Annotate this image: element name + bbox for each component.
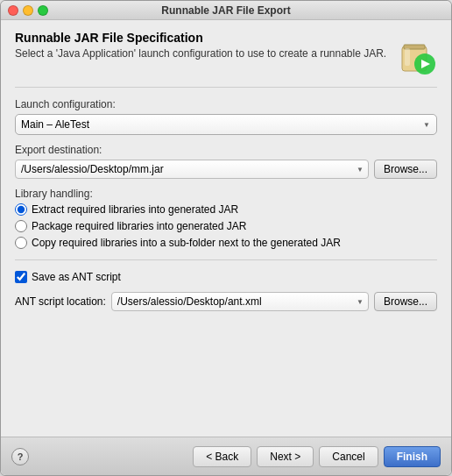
library-handling-options: Extract required libraries into generate… <box>15 203 437 249</box>
ant-path-wrapper <box>111 292 369 311</box>
library-option-copy[interactable]: Copy required libraries into a sub-folde… <box>15 237 437 249</box>
bottom-bar: ? < Back Next > Cancel Finish <box>1 437 451 475</box>
header-section: Runnable JAR File Specification Select a… <box>15 31 437 76</box>
export-destination-label: Export destination: <box>15 144 437 156</box>
launch-config-section: Launch configuration: Main – AleTest <box>15 98 437 135</box>
svg-rect-2 <box>405 48 410 66</box>
section-title: Runnable JAR File Specification <box>15 31 386 45</box>
ant-script-row: ANT script location: Browse... <box>15 292 437 311</box>
library-handling-section: Library handling: Extract required libra… <box>15 188 437 249</box>
save-ant-section: Save as ANT script <box>15 271 437 283</box>
next-button[interactable]: Next > <box>257 446 314 467</box>
save-ant-text: Save as ANT script <box>32 271 121 283</box>
save-ant-checkbox[interactable] <box>15 271 27 283</box>
main-window: Runnable JAR File Export Runnable JAR Fi… <box>0 0 452 476</box>
minimize-button[interactable] <box>23 5 33 16</box>
ant-script-section: ANT script location: Browse... <box>15 292 437 311</box>
cancel-button[interactable]: Cancel <box>319 446 378 467</box>
export-browse-button[interactable]: Browse... <box>374 160 437 179</box>
library-option-package-radio[interactable] <box>15 220 27 232</box>
library-option-copy-radio[interactable] <box>15 237 27 249</box>
main-content: Runnable JAR File Specification Select a… <box>1 20 451 437</box>
export-path-row: Browse... <box>15 160 437 179</box>
close-button[interactable] <box>8 5 18 16</box>
window-controls <box>8 5 48 16</box>
section-subtitle: Select a 'Java Application' launch confi… <box>15 47 386 60</box>
back-button[interactable]: < Back <box>193 446 251 467</box>
window-title: Runnable JAR File Export <box>161 4 290 17</box>
library-handling-label: Library handling: <box>15 188 437 200</box>
save-ant-label[interactable]: Save as ANT script <box>15 271 437 283</box>
export-path-wrapper <box>15 160 369 179</box>
library-option-extract-radio[interactable] <box>15 203 27 216</box>
bottom-left: ? <box>11 448 29 465</box>
ant-browse-button[interactable]: Browse... <box>374 292 437 311</box>
library-option-package-label: Package required libraries into generate… <box>32 220 246 232</box>
library-option-package[interactable]: Package required libraries into generate… <box>15 220 437 232</box>
divider-top <box>15 87 437 88</box>
launch-config-wrapper: Main – AleTest <box>15 114 437 135</box>
launch-config-select[interactable]: Main – AleTest <box>15 114 437 135</box>
library-option-extract[interactable]: Extract required libraries into generate… <box>15 203 437 216</box>
ant-path-input[interactable] <box>111 292 369 311</box>
divider-middle <box>15 259 437 260</box>
export-destination-section: Export destination: Browse... <box>15 144 437 179</box>
launch-config-label: Launch configuration: <box>15 98 437 110</box>
ant-script-label: ANT script location: <box>15 295 106 308</box>
library-option-extract-label: Extract required libraries into generate… <box>32 203 238 216</box>
maximize-button[interactable] <box>38 5 48 16</box>
bottom-right: < Back Next > Cancel Finish <box>193 446 441 467</box>
jar-icon <box>392 31 437 76</box>
library-option-copy-label: Copy required libraries into a sub-folde… <box>32 237 341 249</box>
title-bar: Runnable JAR File Export <box>1 1 451 20</box>
header-text: Runnable JAR File Specification Select a… <box>15 31 386 60</box>
help-button[interactable]: ? <box>11 448 29 465</box>
finish-button[interactable]: Finish <box>384 446 441 467</box>
export-path-input[interactable] <box>15 160 369 179</box>
